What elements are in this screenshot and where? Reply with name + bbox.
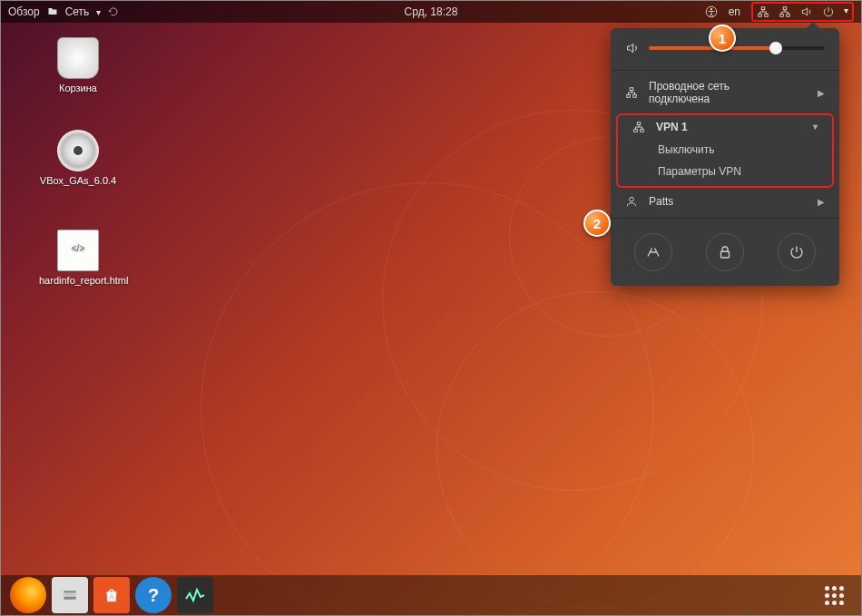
vpn-settings[interactable]: Параметры VPN — [618, 161, 832, 182]
settings-button[interactable] — [634, 233, 672, 271]
desktop-icon-file[interactable]: hardinfo_report.html — [39, 230, 117, 286]
vpn-status-icon[interactable] — [779, 5, 791, 18]
dock-app-monitor[interactable] — [177, 577, 213, 613]
svg-rect-4 — [765, 14, 769, 16]
chevron-right-icon: ▶ — [818, 197, 825, 207]
vpn-title: VPN 1 — [656, 121, 802, 133]
annotation-1: 1 — [709, 24, 736, 52]
desktop-icon-disc[interactable]: VBox_GAs_6.0.4 — [39, 130, 117, 186]
wired-label-line2: подключена — [649, 93, 710, 105]
dock-app-help[interactable]: ? — [135, 577, 171, 613]
volume-icon — [625, 41, 640, 55]
user-icon — [625, 195, 638, 208]
svg-rect-8 — [630, 88, 633, 91]
places-menu[interactable]: Сеть — [65, 5, 90, 18]
menu-separator — [611, 70, 839, 71]
system-menu-arrow[interactable]: ▾ — [844, 5, 848, 18]
places-dropdown-arrow[interactable]: ▾ — [96, 7, 101, 17]
disc-icon — [57, 130, 99, 171]
lock-button[interactable] — [706, 233, 744, 271]
menu-item-wired[interactable]: Проводное сеть подключена ▶ — [611, 74, 839, 112]
network-wired-icon — [625, 86, 638, 99]
svg-rect-10 — [633, 95, 637, 98]
system-menu-popover: Проводное сеть подключена ▶ VPN 1 ▾ Выкл… — [611, 28, 839, 286]
input-locale[interactable]: en — [729, 5, 740, 18]
volume-icon[interactable] — [800, 5, 813, 18]
dock-app-files[interactable] — [52, 577, 88, 613]
places-icon — [47, 6, 58, 17]
network-wired-icon[interactable] — [757, 5, 769, 18]
file-icon — [57, 230, 99, 271]
svg-rect-13 — [641, 129, 644, 132]
annotation-2: 2 — [583, 210, 611, 237]
user-label: Patts — [649, 195, 807, 208]
svg-text:A: A — [109, 592, 114, 601]
system-monitor-icon — [184, 586, 206, 604]
svg-rect-5 — [783, 7, 787, 10]
wired-label-line1: Проводное сеть — [649, 80, 730, 93]
svg-rect-3 — [759, 14, 762, 16]
help-icon: ? — [148, 585, 159, 606]
desktop-icon-label: VBox_GAs_6.0.4 — [39, 175, 117, 186]
dock-app-firefox[interactable] — [10, 577, 46, 613]
svg-point-14 — [630, 198, 634, 202]
chevron-down-icon: ▾ — [813, 122, 818, 132]
svg-point-1 — [710, 8, 711, 10]
dock-show-apps[interactable] — [816, 577, 852, 613]
svg-rect-11 — [637, 122, 641, 125]
desktop-icon-label: hardinfo_report.html — [39, 275, 117, 286]
menu-item-user[interactable]: Patts ▶ — [611, 190, 839, 213]
svg-rect-12 — [634, 129, 638, 132]
status-area-highlight: ▾ — [751, 2, 854, 22]
shopping-bag-icon: A — [103, 586, 121, 604]
menu-separator — [611, 218, 839, 219]
apps-grid-icon — [825, 586, 844, 605]
desktop-icon-label: Корзина — [39, 83, 117, 93]
svg-rect-15 — [720, 251, 729, 258]
files-icon — [60, 585, 80, 605]
svg-rect-7 — [787, 14, 790, 16]
svg-rect-17 — [64, 593, 77, 596]
top-bar: Обзор Сеть ▾ Срд, 18:28 en — [1, 1, 861, 23]
trash-icon — [57, 37, 99, 79]
activities-button[interactable]: Обзор — [8, 5, 40, 18]
power-icon[interactable] — [822, 5, 835, 18]
dock-app-software[interactable]: A — [93, 577, 130, 613]
chevron-right-icon: ▶ — [818, 88, 825, 98]
refresh-icon[interactable] — [108, 6, 119, 17]
dock: A ? — [1, 575, 861, 615]
vpn-group-highlight: VPN 1 ▾ Выключить Параметры VPN — [616, 113, 834, 188]
vpn-turn-off[interactable]: Выключить — [618, 139, 832, 161]
svg-rect-6 — [780, 14, 784, 16]
menu-item-vpn[interactable]: VPN 1 ▾ — [618, 115, 832, 139]
clock[interactable]: Срд, 18:28 — [405, 5, 458, 18]
svg-rect-9 — [627, 95, 631, 98]
accessibility-icon[interactable] — [705, 5, 718, 18]
vpn-icon — [632, 121, 645, 133]
desktop-icon-trash[interactable]: Корзина — [39, 37, 117, 93]
svg-rect-2 — [761, 7, 765, 10]
volume-slider[interactable] — [649, 46, 825, 50]
shutdown-button[interactable] — [778, 233, 816, 271]
